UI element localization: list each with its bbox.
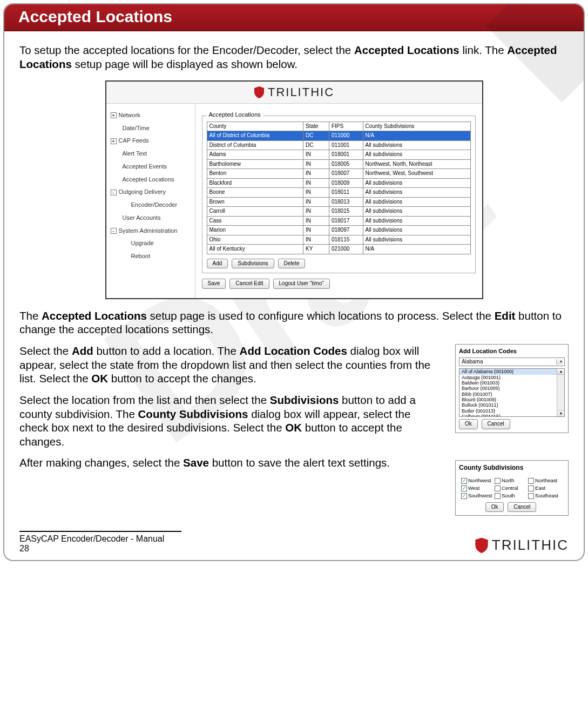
checkbox-icon[interactable] [495,485,501,491]
table-row[interactable]: CassIN018017All subdivisions [207,216,470,226]
nav-item[interactable]: +CAP Feeds [110,134,192,147]
logout-button[interactable]: Logout User "timo" [273,279,330,289]
shield-icon [254,86,265,98]
paragraph-config: The Accepted Locations setup page is use… [19,309,569,336]
nav-item[interactable]: Accepted Locations [110,173,192,186]
table-row[interactable]: BlackfordIN018009All subdivisions [207,178,470,188]
nav-tree: +NetworkDate/Time+CAP FeedsAlert TextAcc… [106,104,195,298]
footer-brand: TRILITHIC [475,537,569,554]
checkbox-option[interactable]: ✓West [461,485,495,491]
list-item[interactable]: Autauga (001001) [459,375,564,380]
checkbox-icon[interactable]: ✓ [461,493,467,499]
table-row[interactable]: AdamsIN018001All subdivisions [207,150,470,160]
table-row[interactable]: All of KentuckyKY021000N/A [207,245,470,254]
list-item[interactable]: Baldwin (001003) [459,380,564,386]
fieldset-legend: Accepted Locations [207,111,263,119]
checkbox-option[interactable]: ✓Southwest [461,493,495,499]
table-row[interactable]: CarrollIN018015All subdivisions [207,207,470,217]
shield-icon [475,537,489,554]
nav-item[interactable]: Alert Text [110,147,192,160]
checkbox-icon[interactable] [528,493,534,499]
brand-text: TRILITHIC [492,537,569,554]
dialog-title: County Subdivisions [459,464,565,472]
county-subdivisions-dialog: County Subdivisions ✓NorthwestNorthNorth… [455,460,569,516]
column-header[interactable]: FIPS [329,122,363,131]
state-dropdown[interactable]: Alabama [459,358,565,367]
paragraph-add: Select the Add button to add a location.… [19,344,440,386]
subdivisions-button[interactable]: Subdivisions [232,259,274,269]
checkbox-option[interactable]: Northeast [528,477,562,484]
column-header[interactable]: State [303,122,329,131]
column-header[interactable]: County [207,122,303,131]
page-title: Accepted Locations [18,8,172,25]
app-screenshot: TRILITHIC +NetworkDate/Time+CAP FeedsAle… [105,80,483,299]
ok-button[interactable]: Ok [485,502,504,512]
table-row[interactable]: OhioIN018115All subdivisions [207,235,470,245]
nav-item[interactable]: Accepted Events [110,160,192,173]
list-item[interactable]: Barbour (001005) [459,386,564,391]
table-row[interactable]: All of District of ColumbiaDC011000N/A [207,131,470,141]
list-item[interactable]: Bullock (001011) [459,402,564,408]
checkbox-option[interactable]: Central [495,485,528,491]
checkbox-icon[interactable]: ✓ [461,485,467,491]
locations-table[interactable]: CountyStateFIPSCounty Subdivisions All o… [207,122,471,254]
dialog-title: Add Location Codes [459,348,565,355]
checkbox-option[interactable]: ✓Northwest [461,477,495,484]
cancel-button[interactable]: Cancel [508,502,536,512]
expand-icon[interactable]: + [111,138,117,144]
accepted-locations-fieldset: Accepted Locations CountyStateFIPSCounty… [202,116,476,274]
expand-icon[interactable]: - [111,228,117,234]
page-title-bar: Accepted Locations [4,4,584,31]
checkbox-icon[interactable] [528,485,534,491]
table-row[interactable]: BentonIN018007Northwest, West, Southwest [207,169,470,179]
cancel-edit-button[interactable]: Cancel Edit [229,279,269,289]
checkbox-option[interactable]: Southeast [528,493,562,499]
paragraph-save: After making changes, select the Save bu… [19,456,440,470]
delete-button[interactable]: Delete [278,259,306,269]
page-footer: EASyCAP Encoder/Decoder - Manual 28 TRIL… [4,527,584,554]
page-number: 28 [19,544,181,554]
save-button[interactable]: Save [202,279,226,289]
checkbox-option[interactable]: East [528,485,562,491]
app-brand-bar: TRILITHIC [106,82,482,104]
nav-item[interactable]: -System Administration [110,225,192,238]
cancel-button[interactable]: Cancel [482,419,510,429]
add-location-codes-dialog: Add Location Codes Alabama All of Alabam… [455,344,569,433]
brand-text: TRILITHIC [268,85,334,100]
nav-item[interactable]: Date/Time [110,122,192,135]
column-header[interactable]: County Subdivisions [363,122,470,131]
table-row[interactable]: BooneIN018011All subdivisions [207,188,470,198]
table-row[interactable]: District of ColumbiaDC011001All subdivis… [207,140,470,150]
paragraph-subdivisions: Select the location from the list and th… [19,393,440,449]
checkbox-option[interactable]: South [495,493,528,499]
expand-icon[interactable]: + [111,112,117,118]
list-item[interactable]: Butler (001013) [459,408,564,414]
list-item[interactable]: All of Alabama (001000) [459,369,564,374]
intro-paragraph: To setup the accepted locations for the … [19,43,569,71]
ok-button[interactable]: Ok [459,419,478,429]
table-row[interactable]: MarionIN018097All subdivisions [207,226,470,235]
product-name: EASyCAP Encoder/Decoder - Manual [19,534,181,544]
county-listbox[interactable]: All of Alabama (001000)Autauga (001001)B… [459,368,565,417]
list-item[interactable]: Calhoun (001015) [459,414,564,417]
scrollbar[interactable] [557,369,564,416]
list-item[interactable]: Bibb (001007) [459,392,564,397]
checkbox-option[interactable]: North [495,477,528,484]
nav-item[interactable]: +Network [110,109,192,122]
list-item[interactable]: Blount (001009) [459,397,564,402]
nav-item[interactable]: User Accounts [110,212,192,225]
checkbox-icon[interactable] [495,478,501,484]
add-button[interactable]: Add [207,259,228,269]
checkbox-icon[interactable]: ✓ [461,478,467,484]
table-row[interactable]: BrownIN018013All subdivisions [207,197,470,207]
nav-item[interactable]: Encoder/Decoder [110,199,192,212]
expand-icon[interactable]: - [111,190,117,195]
table-row[interactable]: BartholomewIN018005Northwest, North, Nor… [207,159,470,169]
checkbox-icon[interactable] [528,478,534,484]
nav-item[interactable]: Upgrade [110,237,192,250]
nav-item[interactable]: Reboot [110,250,192,263]
checkbox-icon[interactable] [495,493,501,499]
nav-item[interactable]: -Outgoing Delivery [110,186,192,199]
